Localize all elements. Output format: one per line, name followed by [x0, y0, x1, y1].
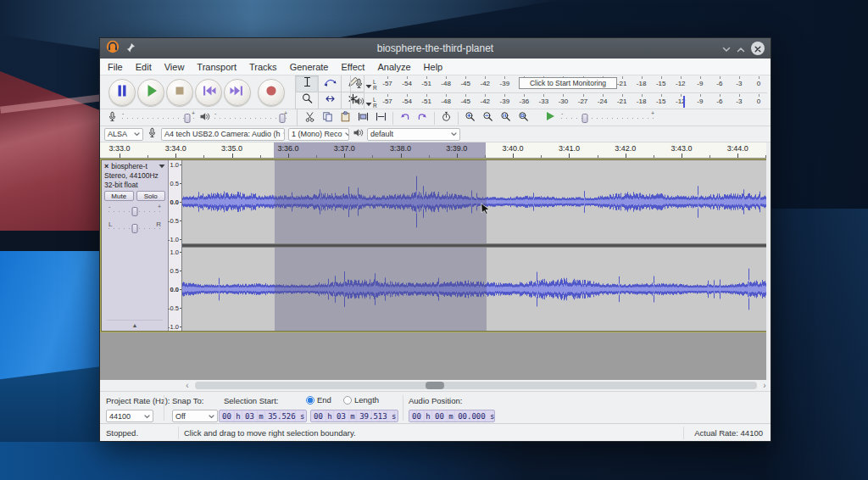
recording-channels-select[interactable]: 1 (Mono) Reco — [288, 128, 349, 141]
snap-to-label: Snap To: — [172, 396, 203, 405]
gain-max-label: + — [158, 204, 161, 209]
scroll-right-icon[interactable]: › — [759, 380, 771, 391]
pan-thumb[interactable] — [132, 224, 138, 233]
menu-edit[interactable]: Edit — [136, 62, 152, 72]
menu-help[interactable]: Help — [424, 62, 443, 72]
play-speed-thumb[interactable] — [581, 114, 587, 123]
mixer-toolbar: -+ -+ — [103, 109, 287, 126]
menu-analyze[interactable]: Analyze — [377, 62, 410, 72]
selection-end-field[interactable]: 00 h 03 m 39.513 s — [310, 410, 398, 422]
titlebar[interactable]: biosphere-the-third-planet — [100, 38, 771, 59]
timeshift-tool-icon — [324, 92, 337, 109]
zoom-out-button[interactable] — [479, 111, 497, 126]
recording-meter[interactable]: LR-57-54-51-48-45-42-39-36-33-30-27-24-2… — [351, 75, 767, 92]
waveform-selection[interactable] — [275, 160, 487, 243]
output-volume-slider[interactable]: -+ — [214, 113, 287, 123]
playback-meter[interactable]: LR-57-54-51-48-45-42-39-36-33-30-27-24-2… — [351, 92, 767, 109]
menu-effect[interactable]: Effect — [342, 62, 365, 72]
length-radio[interactable]: Length — [343, 395, 379, 405]
skip-start-button[interactable] — [195, 79, 222, 106]
input-volume-thumb[interactable] — [185, 114, 191, 123]
menu-tracks[interactable]: Tracks — [249, 62, 277, 72]
snap-to-select[interactable]: Off — [172, 410, 218, 422]
audio-position-field[interactable]: 00 h 00 m 00.000 s — [409, 410, 495, 422]
undo-button[interactable] — [396, 111, 414, 126]
end-radio[interactable]: End — [306, 395, 331, 405]
scrollbar-thumb[interactable] — [426, 382, 444, 389]
scale-label-right: -1.0 — [168, 323, 179, 331]
chevron-down-icon — [144, 412, 150, 421]
selection-start-field[interactable]: 00 h 03 m 35.526 s — [219, 410, 307, 422]
track-name[interactable]: biosphere-t — [111, 162, 156, 170]
sync-lock-button[interactable] — [437, 111, 455, 126]
meter-toolbar: LR-57-54-51-48-45-42-39-36-33-30-27-24-2… — [350, 75, 767, 109]
vertical-scrollbar[interactable] — [766, 142, 771, 380]
meter-tick-label: -6 — [716, 80, 722, 87]
close-button[interactable] — [751, 42, 765, 55]
fit-selection-button[interactable] — [497, 111, 515, 126]
timeline-label: 3:33.0 — [108, 144, 130, 153]
fit-project-button[interactable] — [515, 111, 532, 126]
trim-audio-button[interactable] — [354, 111, 372, 126]
zoom-tool-button[interactable] — [296, 92, 319, 109]
meter-tick-label: -27 — [578, 98, 588, 105]
redo-button[interactable] — [414, 111, 431, 126]
solo-button[interactable]: Solo — [136, 191, 166, 201]
timeline-label: 3:37.0 — [334, 144, 355, 153]
menu-view[interactable]: View — [164, 62, 185, 72]
waveform-channel-left[interactable] — [182, 160, 767, 243]
timeshift-tool-button[interactable] — [319, 92, 342, 109]
down-arrow-icon — [365, 77, 372, 92]
paste-button[interactable] — [337, 111, 354, 126]
project-rate-select[interactable]: 44100 — [106, 410, 153, 422]
scroll-left-icon[interactable]: ‹ — [181, 380, 193, 391]
recording-device-select[interactable]: A4 tech USB2.0 Camera: Audio (h — [161, 128, 285, 141]
record-button[interactable] — [258, 79, 285, 106]
timeline-label: 3:40.0 — [503, 144, 524, 153]
play-at-speed-button[interactable] — [544, 110, 556, 126]
stop-button[interactable] — [166, 79, 193, 106]
copy-button[interactable] — [319, 111, 337, 126]
wallpaper-bottom-glow — [0, 442, 526, 480]
timeline-ruler[interactable]: 3:33.03:34.03:35.03:36.03:37.03:38.03:39… — [100, 142, 767, 159]
input-volume-slider[interactable]: -+ — [122, 113, 195, 123]
audio-host-select[interactable]: ALSA — [104, 128, 143, 141]
mute-button[interactable]: Mute — [104, 191, 134, 201]
play-button[interactable] — [137, 79, 164, 106]
menu-file[interactable]: File — [108, 62, 123, 72]
pause-button[interactable] — [108, 79, 136, 106]
cut-button[interactable] — [301, 111, 319, 126]
radio-selected-icon — [306, 396, 314, 405]
skip-end-button[interactable] — [224, 79, 251, 106]
horizontal-scrollbar[interactable]: ‹ › — [100, 380, 771, 391]
zoom-in-button[interactable] — [461, 111, 479, 126]
play-speed-slider[interactable]: -+ — [561, 113, 654, 123]
scale-label-right: 0.5 — [170, 267, 179, 275]
status-bar: Stopped. Click and drag to move right se… — [100, 423, 771, 441]
selection-toolbar: Project Rate (Hz): 44100 Snap To: Off Se… — [100, 391, 771, 423]
playback-device-select[interactable]: default — [367, 128, 460, 141]
silence-audio-button[interactable] — [372, 111, 390, 126]
menu-transport[interactable]: Transport — [197, 62, 236, 72]
track-menu-arrow-icon[interactable] — [159, 162, 165, 170]
click-to-start-monitoring[interactable]: Click to Start Monitoring — [519, 77, 617, 89]
menu-generate[interactable]: Generate — [290, 62, 329, 72]
chevron-down-icon — [451, 130, 457, 138]
pin-icon[interactable] — [125, 41, 136, 56]
envelope-tool-button[interactable] — [319, 75, 342, 92]
output-volume-thumb[interactable] — [279, 114, 285, 123]
track-collapse-button[interactable]: ▲ — [107, 320, 163, 329]
waveform-channel-right[interactable] — [182, 248, 767, 331]
scrollbar-trough[interactable] — [195, 382, 757, 389]
chevron-down-icon[interactable] — [722, 41, 731, 56]
scale-label-left: 0.0 — [170, 198, 179, 206]
waveform-selection[interactable] — [275, 248, 487, 331]
chevron-up-icon[interactable] — [737, 41, 745, 56]
pan-slider[interactable]: L R — [108, 223, 161, 233]
gain-thumb[interactable] — [132, 207, 138, 216]
chevron-down-icon — [209, 412, 214, 421]
gain-slider[interactable]: - + — [108, 206, 161, 216]
track-close-button[interactable]: × — [104, 162, 108, 170]
wallpaper-dark-blue-shape — [0, 366, 108, 480]
selection-tool-button[interactable] — [296, 75, 319, 92]
